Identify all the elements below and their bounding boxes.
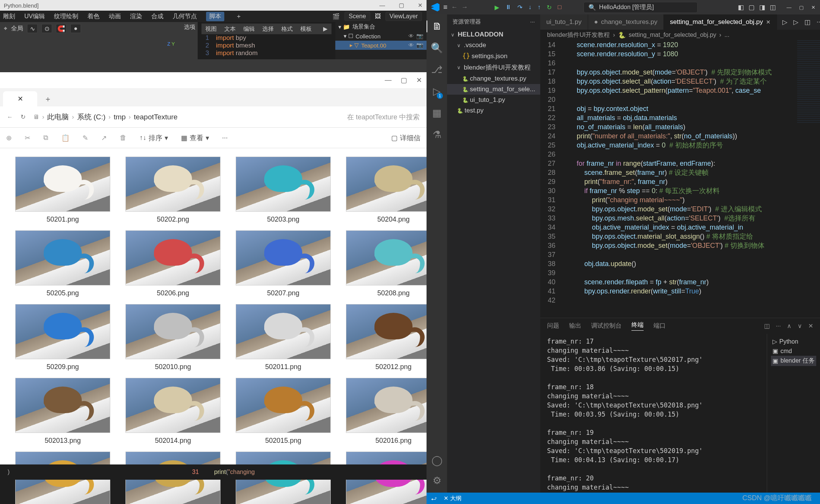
editor-tab[interactable]: ui_tuto_1.py	[540, 14, 588, 30]
breadcrumb[interactable]: tmp	[114, 113, 126, 121]
tree-folder[interactable]: ∨.vscode	[447, 40, 540, 51]
collection-icon[interactable]: ▾ ☐	[344, 33, 353, 40]
file-thumbnail[interactable]	[236, 230, 331, 285]
file-item[interactable]: 50209.png	[15, 304, 110, 371]
panel-layout-icon[interactable]: ◫	[764, 322, 770, 330]
axis-z-icon[interactable]: Z	[167, 41, 170, 47]
ws-tab[interactable]: 雕刻	[3, 13, 15, 21]
cut-icon[interactable]: ✂	[25, 134, 30, 142]
file-thumbnail[interactable]	[15, 157, 110, 212]
terminal-output[interactable]: frame_nr: 17 changing material~~~~ Saved…	[540, 334, 767, 504]
share-icon[interactable]: ↗	[101, 134, 107, 142]
magnet-icon[interactable]: 🧲	[56, 24, 67, 33]
minimap[interactable]	[797, 40, 820, 124]
panel-up-icon[interactable]: ∧	[787, 322, 791, 330]
file-thumbnail[interactable]	[236, 304, 331, 359]
camera-icon[interactable]: 📷	[416, 42, 423, 49]
eye-icon[interactable]: 👁	[408, 33, 414, 40]
delete-icon[interactable]: 🗑	[120, 134, 127, 142]
refresh-icon[interactable]: ↻	[21, 113, 25, 120]
breadcrumb[interactable]: 此电脑	[47, 112, 69, 122]
blender-outliner[interactable]: ▾ 📁场景集合 ▾ ☐Collection👁📷 ▸ ▽Teapot.00👁📷	[335, 22, 427, 59]
minimize-icon[interactable]: —	[379, 2, 385, 9]
panel-more-icon[interactable]: ···	[776, 323, 781, 330]
ws-tab[interactable]: 几何节点	[173, 13, 197, 21]
file-item[interactable]: 502013.png	[15, 378, 110, 445]
paste-icon[interactable]: 📋	[61, 134, 70, 142]
panel-tab[interactable]: 输出	[569, 322, 581, 330]
file-thumbnail[interactable]	[125, 304, 220, 359]
copy-icon[interactable]: ⧉	[43, 134, 48, 142]
tree-folder[interactable]: ∨blender插件UI开发教程	[447, 62, 540, 73]
status-item[interactable]: ✕ 大纲	[444, 495, 462, 502]
layout-icon[interactable]: ◫	[770, 3, 776, 11]
file-item[interactable]: 50201.png	[15, 157, 110, 223]
scene-field[interactable]: Scene	[344, 12, 370, 21]
debug-pause-icon[interactable]: ⏸	[505, 4, 511, 11]
pivot-icon[interactable]: ⊙	[41, 24, 52, 33]
restore-icon[interactable]: ▢	[799, 5, 804, 10]
explorer-tab[interactable]: ✕	[3, 91, 37, 106]
file-item[interactable]: 50207.png	[236, 230, 331, 297]
layout-icon[interactable]: ◧	[738, 3, 744, 11]
panel-tab[interactable]: 调试控制台	[591, 322, 622, 330]
command-center[interactable]: 🔍 HelloAddon [管理员]	[584, 2, 698, 13]
close-icon[interactable]: ✕	[416, 76, 422, 84]
breadcrumb[interactable]: teapotTexture	[134, 113, 178, 121]
breadcrumb[interactable]: 系统 (C:)	[77, 112, 106, 122]
file-thumbnail[interactable]	[236, 378, 331, 433]
debug-stepout-icon[interactable]: ↑	[538, 4, 541, 11]
tab-close-icon[interactable]: ✕	[766, 19, 771, 25]
code-lines[interactable]: scene.render.resolution_x = 1920 scene.r…	[561, 40, 820, 318]
editor-breadcrumb[interactable]: blender插件UI开发教程› 🐍setting_mat_for_select…	[540, 30, 820, 40]
file-thumbnail[interactable]	[236, 157, 331, 212]
editor-tab-active[interactable]: setting_mat_for_selected_obj.py✕	[664, 14, 777, 30]
file-thumbnail[interactable]	[125, 157, 220, 212]
debug-stepin-icon[interactable]: ↓	[528, 4, 531, 11]
layout-icon[interactable]: ▢	[749, 3, 755, 11]
file-thumbnail[interactable]	[15, 378, 110, 433]
ws-tab[interactable]: 渲染	[130, 13, 142, 21]
ws-tab[interactable]: 纹理绘制	[54, 13, 78, 21]
file-item[interactable]: 502014.png	[125, 378, 220, 445]
ws-tab-active[interactable]: 脚本	[206, 12, 224, 21]
editor-more-icon[interactable]: ···	[817, 18, 820, 26]
close-icon[interactable]: ✕	[418, 2, 423, 9]
axis-y-icon[interactable]: Y	[171, 41, 175, 47]
file-item[interactable]: 50205.png	[15, 230, 110, 297]
eye-icon[interactable]: 👁	[408, 42, 414, 49]
minimize-icon[interactable]: —	[385, 76, 392, 84]
snap-icon[interactable]: ∿	[27, 24, 38, 33]
cursor-icon[interactable]: ⌖	[4, 25, 7, 32]
back-icon[interactable]: ←	[451, 3, 458, 11]
file-item[interactable]: 50203.png	[236, 157, 331, 223]
explorer-new-tab[interactable]: ＋	[40, 91, 56, 106]
activity-files-icon[interactable]: 🗎	[427, 21, 447, 32]
viewlayer-field[interactable]: ViewLayer	[385, 12, 422, 21]
panel-close-icon[interactable]: ✕	[808, 322, 813, 330]
file-thumbnail[interactable]	[125, 378, 220, 433]
tree-file[interactable]: test.py	[447, 105, 540, 116]
new-icon[interactable]: ⊕	[6, 134, 12, 142]
text-menu[interactable]: 选择	[262, 25, 274, 33]
panel-down-icon[interactable]: ∨	[798, 322, 802, 330]
terminal-session[interactable]: ▣cmd	[771, 346, 816, 356]
text-menu[interactable]: 编辑	[243, 25, 255, 33]
accounts-icon[interactable]: ◯	[431, 455, 443, 466]
sort-dropdown[interactable]: ↑↓ 排序 ▾	[140, 133, 168, 143]
mode-dropdown[interactable]: 全局	[11, 25, 23, 33]
run-icon[interactable]: ▶	[323, 25, 328, 32]
tree-root[interactable]: ∨HELLOADDON	[447, 29, 540, 40]
debug-stop-icon[interactable]: □	[558, 4, 561, 11]
tab-close-icon[interactable]: ✕	[17, 95, 23, 103]
code-editor[interactable]: 1415161718192021222324252627282930313233…	[540, 40, 820, 318]
debug-restart-icon[interactable]: ↻	[547, 4, 552, 11]
file-thumbnail[interactable]	[15, 230, 110, 285]
tree-file[interactable]: change_textures.py	[447, 73, 540, 84]
debug-file-icon[interactable]: ▷	[793, 18, 798, 26]
text-menu[interactable]: 格式	[281, 25, 293, 33]
text-menu[interactable]: 文本	[224, 25, 236, 33]
file-item[interactable]: 502015.png	[236, 378, 331, 445]
remote-icon[interactable]: ⮐	[431, 495, 437, 502]
file-item[interactable]: 502011.png	[236, 304, 331, 371]
